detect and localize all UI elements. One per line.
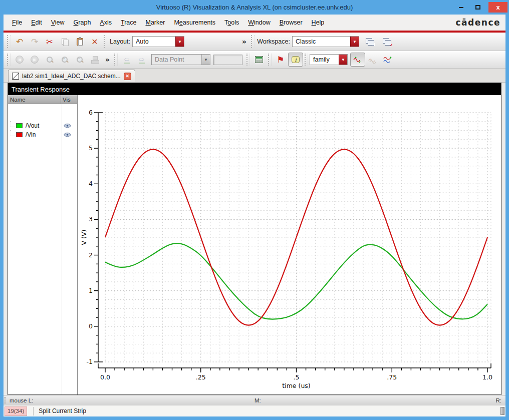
family-select-value: family	[310, 56, 339, 63]
svg-text:.75: .75	[387, 373, 397, 381]
arrow-left-icon: ⇦	[124, 56, 130, 64]
tree-branch-icon	[10, 130, 16, 136]
chevron-down-icon: ▼	[175, 37, 184, 47]
paste-icon	[77, 38, 83, 46]
overlay-mode-button[interactable]	[365, 53, 380, 67]
legend-vis-header[interactable]: Vis	[61, 97, 77, 103]
menu-help[interactable]: Help	[307, 18, 329, 28]
menu-tools[interactable]: Tools	[220, 18, 243, 28]
toolbar-navigation: ◀ ▶ + − » ⇦ ⇨ Data Point ▼ ⚑ i family ▼	[4, 51, 505, 69]
next-view-button[interactable]: ▶	[27, 53, 42, 67]
title-bar[interactable]: Virtuoso (R) Visualization & Analysis XL…	[0, 0, 509, 15]
svg-text:.25: .25	[196, 373, 206, 381]
menu-view[interactable]: View	[47, 18, 69, 28]
menu-window[interactable]: Window	[243, 18, 275, 28]
minimize-button[interactable]	[454, 2, 467, 13]
toolbar-grip	[7, 35, 11, 48]
cut-button[interactable]: ✂	[42, 35, 57, 49]
next-point-button[interactable]: ⇨	[134, 53, 149, 67]
arrow-right-icon: ⇨	[139, 56, 145, 64]
visibility-toggle[interactable]	[61, 123, 77, 128]
menu-measurements[interactable]: Measurements	[169, 18, 220, 28]
delete-workspace-button[interactable]	[379, 35, 394, 49]
legend-header: Name Vis	[8, 95, 77, 104]
trace-name[interactable]: /Vout	[26, 122, 61, 129]
redo-icon: ↷	[31, 37, 38, 47]
menu-file[interactable]: File	[8, 18, 27, 28]
svg-text:1.0: 1.0	[482, 373, 492, 381]
legend-panel: Name Vis /Vout /Vin	[8, 95, 78, 394]
strip-mode-icon	[353, 56, 362, 64]
svg-text:5: 5	[89, 144, 93, 152]
point-mode-select[interactable]: Data Point ▼	[151, 54, 210, 65]
trace-row-vin[interactable]: /Vin	[8, 130, 77, 139]
zoom-out-icon: −	[76, 56, 84, 64]
cut-icon: ✂	[46, 37, 53, 47]
family-select[interactable]: family ▼	[310, 54, 348, 65]
delete-button[interactable]: ✕	[87, 35, 102, 49]
mouse-status-bar: mouse L: M: R:	[4, 395, 505, 405]
delete-workspace-icon	[383, 38, 391, 45]
workspace-label: Workspace:	[257, 38, 290, 45]
previous-point-button[interactable]: ⇦	[119, 53, 134, 67]
trace-row-vout[interactable]: /Vout	[8, 121, 77, 130]
menu-graph[interactable]: Graph	[69, 18, 96, 28]
zoom-out-button[interactable]: −	[72, 53, 87, 67]
svg-text:2: 2	[89, 251, 93, 259]
marker-flag-button[interactable]: ⚑	[273, 53, 288, 67]
plot-area[interactable]: -101234560.0.25.5.751.0time (us)V (V)	[79, 95, 501, 394]
point-mode-select-value: Data Point	[152, 56, 201, 63]
statusbar-grip	[5, 397, 8, 403]
tab-lab2-sim1[interactable]: lab2 sim1_Ideal_ADC_DAC schem... ✕	[8, 70, 135, 82]
menu-axis[interactable]: Axis	[95, 18, 116, 28]
redo-button[interactable]: ↷	[27, 35, 42, 49]
svg-text:0: 0	[89, 322, 93, 330]
zoom-fit-button[interactable]	[42, 53, 57, 67]
toolbar-grip	[251, 35, 254, 48]
svg-text:4: 4	[89, 180, 93, 187]
workspace-select[interactable]: Classic ▼	[292, 36, 359, 47]
plot[interactable]: -101234560.0.25.5.751.0time (us)V (V)	[79, 95, 501, 394]
toolbar-edit: ↶ ↷ ✂ ✕ Layout: Auto ▼ » Workspace: Clas…	[4, 33, 505, 51]
resize-grip[interactable]	[500, 407, 504, 415]
undo-button[interactable]: ↶	[12, 35, 27, 49]
tab-close-icon[interactable]: ✕	[124, 73, 131, 80]
save-workspace-button[interactable]	[362, 35, 377, 49]
menu-edit[interactable]: Edit	[27, 18, 47, 28]
trace-color-swatch	[16, 123, 23, 128]
layout-select[interactable]: Auto ▼	[132, 36, 184, 47]
hint-bar: 19(34) Split Current Strip	[4, 405, 505, 416]
hint-text: Split Current Strip	[39, 407, 86, 414]
menu-browser[interactable]: Browser	[275, 18, 307, 28]
annotation-button[interactable]: i	[288, 53, 303, 67]
close-button[interactable]: x	[488, 2, 507, 13]
split-strip-button[interactable]	[380, 53, 395, 67]
legend-name-header[interactable]: Name	[8, 95, 61, 104]
select-mode-button[interactable]	[87, 53, 102, 67]
menu-marker[interactable]: Marker	[141, 18, 169, 28]
stamp-icon	[91, 56, 98, 63]
toolbar-overflow-chevron[interactable]: »	[105, 56, 110, 64]
layout-label: Layout:	[110, 38, 130, 45]
zoom-fit-icon	[46, 56, 54, 64]
calculator-button[interactable]	[251, 53, 267, 67]
zoom-in-button[interactable]: +	[57, 53, 72, 67]
point-value-input[interactable]	[213, 55, 242, 65]
menu-trace[interactable]: Trace	[116, 18, 141, 28]
copy-button[interactable]	[57, 35, 72, 49]
graph-counter-badge: 19(34)	[5, 406, 27, 416]
info-bubble-icon: i	[292, 56, 300, 63]
visibility-toggle[interactable]	[61, 132, 77, 137]
toolbar-overflow-chevron[interactable]: »	[242, 38, 246, 46]
trace-name[interactable]: /Vin	[26, 131, 61, 138]
paste-button[interactable]	[72, 35, 87, 49]
zoom-in-icon: +	[61, 56, 69, 64]
window-border-right	[505, 15, 509, 420]
window-border-left	[0, 15, 4, 420]
chevron-down-icon: ▼	[339, 55, 347, 65]
strip-mode-button[interactable]	[350, 53, 365, 67]
maximize-button[interactable]	[471, 2, 484, 13]
svg-text:0.0: 0.0	[100, 373, 110, 381]
mouse-left-hint: mouse L:	[10, 397, 33, 403]
previous-view-button[interactable]: ◀	[12, 53, 27, 67]
